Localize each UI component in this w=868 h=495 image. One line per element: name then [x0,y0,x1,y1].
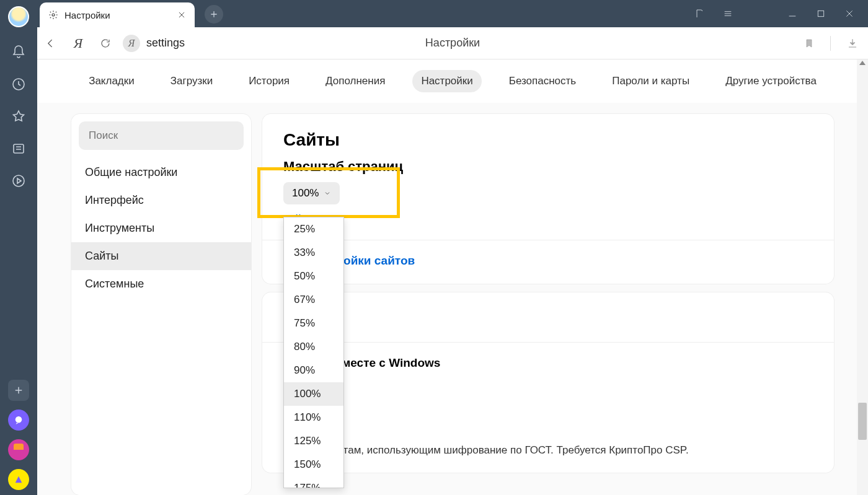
download-icon[interactable] [847,38,858,49]
sidebar-toggle-icon[interactable] [694,9,704,19]
zoom-option[interactable]: 67% [284,288,343,312]
topnav-bookmarks[interactable]: Закладки [80,70,143,92]
system-card: ые Браузер вместе с Windows чаться к сай… [262,292,834,473]
divider [830,36,831,51]
tab-close-icon[interactable] [177,11,186,19]
zoom-select[interactable]: 100% [283,182,340,204]
zoom-option[interactable]: 100% [284,382,343,406]
titlebar: Настройки [37,0,868,27]
alisa-home-icon[interactable] [8,439,29,460]
url-text[interactable]: settings [146,37,185,50]
page-scrollbar[interactable] [857,59,868,495]
star-icon[interactable] [11,109,26,124]
settings-topnav: Закладки Загрузки История Дополнения Нас… [37,59,868,103]
system-heading: ые [283,309,813,328]
messenger-icon[interactable] [8,410,29,431]
topnav-devices[interactable]: Другие устройства [717,70,825,92]
sidebar-item-general[interactable]: Общие настройки [71,159,251,186]
reload-button[interactable] [92,30,119,57]
sidebar-item-interface[interactable]: Интерфейс [71,186,251,214]
divider [262,240,834,240]
sidebar-item-sites[interactable]: Сайты [71,242,251,270]
zoom-select-value: 100% [292,187,319,199]
zoom-option[interactable]: 75% [284,312,343,335]
svg-point-2 [13,175,24,186]
address-bar: Я Я settings Настройки [37,27,868,59]
svg-rect-5 [818,11,823,16]
sidebar-item-system[interactable]: Системные [71,270,251,298]
settings-search[interactable] [79,121,244,150]
window-close-icon[interactable] [844,9,854,19]
history-icon[interactable] [11,77,26,92]
zoom-section-title: Масштаб страниц [283,159,813,175]
search-input[interactable] [89,129,234,142]
chevron-down-icon [324,190,331,197]
zoom-dropdown-list[interactable]: 25%33%50%67%75%80%90%100%110%125%150%175… [284,217,343,488]
divider [262,342,834,343]
topnav-settings[interactable]: Настройки [412,70,481,92]
zoom-option[interactable]: 125% [284,429,343,453]
zoom-option[interactable]: 33% [284,241,343,265]
svg-point-3 [16,416,22,423]
zoom-option[interactable]: 150% [284,453,343,476]
profile-avatar[interactable] [8,6,29,27]
zoom-sites-link[interactable]: сайтов [283,213,813,226]
tab-title: Настройки [64,10,171,20]
zoom-option[interactable]: 50% [284,265,343,288]
play-circle-icon[interactable] [11,173,26,188]
bookmark-icon[interactable] [804,37,814,50]
zoom-option[interactable]: 110% [284,406,343,429]
alisa-icon[interactable] [8,469,29,490]
new-tab-button[interactable] [205,5,223,24]
left-rail [0,0,37,495]
svg-rect-1 [14,144,24,153]
bell-icon[interactable] [11,45,26,59]
zoom-dropdown: 25%33%50%67%75%80%90%100%110%125%150%175… [283,217,344,488]
page-title: Настройки [425,37,480,50]
zoom-option[interactable]: 25% [284,217,343,241]
autorun-label: Браузер вместе с Windows [283,356,813,370]
window-maximize-icon[interactable] [816,9,826,19]
rail-add-button[interactable] [8,380,29,401]
scroll-thumb[interactable] [858,403,867,440]
scroll-up-icon[interactable] [859,61,866,65]
sites-heading: Сайты [283,130,813,150]
settings-page: Закладки Загрузки История Дополнения Нас… [37,59,868,495]
collections-icon[interactable] [11,141,26,156]
topnav-history[interactable]: История [240,70,298,92]
gost-text: чаться к сайтам, использующим шифрование… [283,444,813,457]
advanced-site-settings-link[interactable]: ные настройки сайтов [283,254,813,268]
topnav-addons[interactable]: Дополнения [317,70,394,92]
sidebar-item-tools[interactable]: Инструменты [71,214,251,242]
topnav-security[interactable]: Безопасность [500,70,585,92]
browser-tab[interactable]: Настройки [40,2,195,27]
sites-card: Сайты Масштаб страниц 100% сайтов ные на… [262,114,834,284]
settings-sidebar: Общие настройки Интерфейс Инструменты Са… [71,114,251,495]
zoom-option[interactable]: 80% [284,335,343,359]
site-favicon: Я [123,35,140,52]
menu-icon[interactable] [723,9,733,19]
zoom-option[interactable]: 175% [284,476,343,488]
home-button[interactable]: Я [64,30,92,57]
back-button[interactable] [37,30,64,57]
zoom-option[interactable]: 90% [284,359,343,382]
topnav-downloads[interactable]: Загрузки [162,70,221,92]
topnav-passwords[interactable]: Пароли и карты [603,70,698,92]
svg-point-4 [52,14,55,16]
window-minimize-icon[interactable] [787,9,797,19]
gear-icon [48,10,58,20]
